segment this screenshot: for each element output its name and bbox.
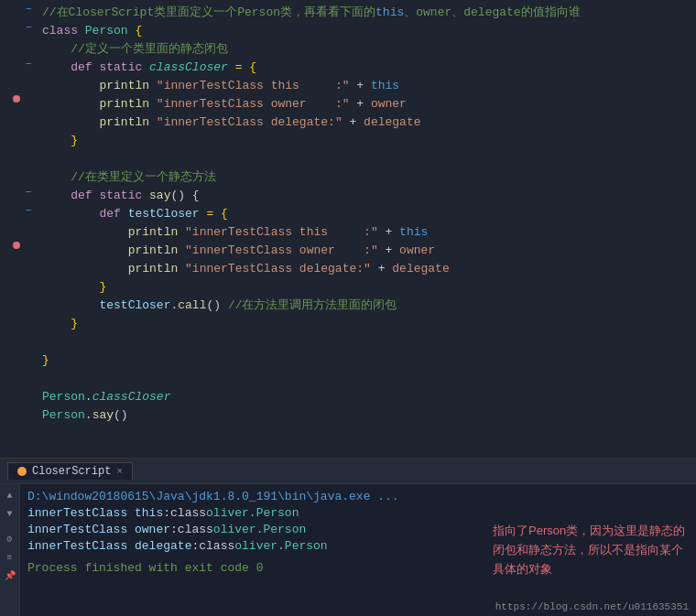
process-text: Process finished with exit code 0 <box>27 561 263 575</box>
code-token <box>142 189 149 202</box>
output-line: innerTestClass delegate:class oliver.Per… <box>27 537 478 554</box>
line-content: def static classCloser = { <box>40 59 696 77</box>
annotation-text: 指向了Person类，因为这里是静态的闭包和静态方法，所以不是指向某个具体的对象 <box>493 522 689 578</box>
output-sep: :class <box>170 523 213 536</box>
tab-label: CloserScript <box>32 465 111 478</box>
line-content: println "innerTestClass owner :" + owner <box>40 95 696 113</box>
code-line: //定义一个类里面的静态闭包 <box>0 40 696 59</box>
editor-container: −//在CloserScript类里面定义一个Person类，再看看下面的thi… <box>0 0 696 616</box>
code-token: println <box>99 115 149 129</box>
scroll-up-btn[interactable]: ▲ <box>3 488 17 503</box>
output-val: oliver.Person <box>234 539 327 553</box>
code-token: delegate <box>463 5 520 19</box>
code-line: testCloser.call() //在方法里调用方法里面的闭包 <box>0 297 696 315</box>
code-token: delegate <box>392 262 449 276</box>
code-token <box>42 207 99 221</box>
code-token: delegate <box>364 115 420 129</box>
code-token: "innerTestClass owner :" <box>185 243 378 257</box>
code-line: println "innerTestClass this :" + this <box>0 77 696 95</box>
code-token: } <box>42 280 106 294</box>
code-token: call <box>178 298 206 312</box>
code-line: println "innerTestClass owner :" + owner <box>0 95 696 113</box>
fold-icon[interactable]: − <box>26 4 40 15</box>
code-token: println <box>99 79 149 92</box>
code-line: println "innerTestClass delegate:" + del… <box>0 260 696 278</box>
code-token: } <box>42 317 78 330</box>
code-token: . <box>85 408 92 422</box>
annotation-box: 指向了Person类，因为这里是静态的闭包和静态方法，所以不是指向某个具体的对象 <box>485 484 696 616</box>
code-token <box>149 79 157 92</box>
code-token: //在CloserScript类里面定义一个Person类，再看看下面的 <box>42 5 375 19</box>
line-content: } <box>40 351 696 370</box>
code-token: say <box>149 189 170 202</box>
settings-icon[interactable]: ⚙ <box>3 532 17 546</box>
code-line: −//在CloserScript类里面定义一个Person类，再看看下面的thi… <box>0 4 696 22</box>
line-content: } <box>40 132 696 150</box>
line-content: def static say() { <box>40 187 696 205</box>
code-token: this <box>399 225 428 239</box>
code-token <box>178 225 185 239</box>
breakpoint-marker <box>13 242 20 249</box>
code-token: static <box>99 189 142 202</box>
fold-icon[interactable]: − <box>26 59 40 70</box>
code-token: println <box>99 97 149 111</box>
line-content: println "innerTestClass this :" + this <box>40 77 696 95</box>
code-line: − def static say() { <box>0 187 696 205</box>
filter-icon[interactable]: ≡ <box>3 550 17 565</box>
process-line: Process finished with exit code 0 <box>27 559 478 576</box>
line-content: } <box>40 315 696 333</box>
run-tab[interactable]: CloserScript × <box>7 462 133 480</box>
pin-icon[interactable]: 📌 <box>3 568 17 583</box>
code-token: Person <box>85 24 128 38</box>
code-token: owner <box>399 243 435 257</box>
code-token: { <box>128 24 143 38</box>
code-token: classCloser <box>149 60 228 74</box>
gutter <box>0 95 26 103</box>
line-content: //在CloserScript类里面定义一个Person类，再看看下面的this… <box>40 4 696 22</box>
code-token: } <box>42 353 49 367</box>
fold-icon[interactable]: − <box>26 205 40 216</box>
code-line: println "innerTestClass this :" + this <box>0 223 696 242</box>
line-content: Person.say() <box>40 406 696 425</box>
line-content: class Person { <box>40 22 696 40</box>
code-token: } <box>42 134 78 147</box>
bottom-panel: CloserScript × ▲ ▼ ⚙ ≡ 📌 D:\window201806… <box>0 458 696 616</box>
code-token <box>42 243 128 257</box>
breakpoint-marker <box>13 95 20 103</box>
line-content: testCloser.call() //在方法里调用方法里面的闭包 <box>40 297 696 315</box>
code-token: this <box>371 79 399 92</box>
code-token: "innerTestClass this :" <box>185 225 378 239</box>
output-sep: :class <box>163 506 206 520</box>
line-content: } <box>40 278 696 297</box>
code-token: println <box>128 225 179 239</box>
line-content: println "innerTestClass this :" + this <box>40 223 696 242</box>
panel-main: ▲ ▼ ⚙ ≡ 📌 D:\window20180615\Java\jdk1.8.… <box>0 484 696 616</box>
scroll-down-btn[interactable]: ▼ <box>3 506 17 521</box>
code-token: say <box>92 408 114 422</box>
code-token: + <box>378 225 399 239</box>
line-content: println "innerTestClass delegate:" + del… <box>40 113 696 132</box>
fold-icon[interactable]: − <box>26 187 40 198</box>
code-line: } <box>0 132 696 150</box>
line-content: Person.classCloser <box>40 388 696 406</box>
code-token: 、 <box>451 5 463 19</box>
code-token: def <box>71 189 92 202</box>
code-token: = { <box>200 207 228 221</box>
code-token: owner <box>416 5 451 19</box>
tab-status-dot <box>17 467 27 476</box>
code-token: + <box>349 79 370 92</box>
panel-tools: ▲ ▼ ⚙ ≡ 📌 <box>0 484 20 616</box>
code-token: + <box>349 97 370 111</box>
fold-icon[interactable]: − <box>26 22 40 33</box>
code-token: "innerTestClass owner :" <box>157 97 350 111</box>
code-token: "innerTestClass this :" <box>157 79 350 92</box>
tab-close-icon[interactable]: × <box>116 466 123 477</box>
code-token <box>42 97 99 111</box>
code-token: classCloser <box>92 390 171 404</box>
code-token: . <box>85 390 92 404</box>
code-token <box>42 115 99 129</box>
code-token <box>121 207 128 221</box>
tab-bar: CloserScript × <box>0 459 696 484</box>
code-token: testCloser <box>128 207 200 221</box>
code-line <box>0 150 696 168</box>
